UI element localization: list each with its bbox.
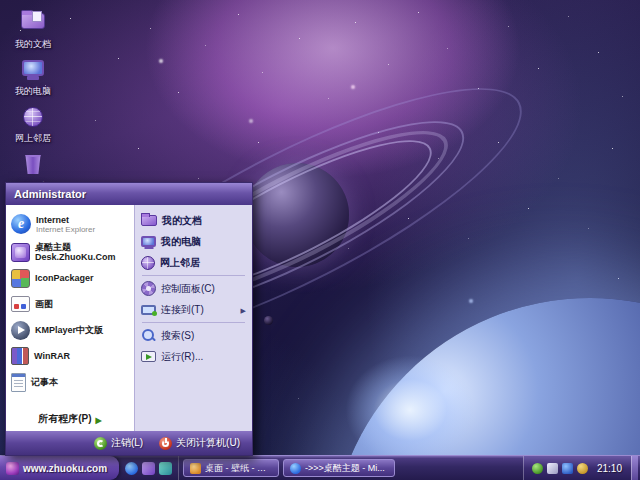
taskbar-clock[interactable]: 21:10 — [592, 463, 627, 474]
desktop-icon-column: 我的文档 我的电脑 网上邻居 回收站 — [4, 6, 62, 202]
folder-icon — [190, 463, 201, 474]
network-places-icon — [141, 256, 155, 270]
start-menu-item-search[interactable]: 搜索(S) — [137, 325, 250, 346]
start-menu-body: Internet Internet Explorer 桌酷主题Desk.Zhuo… — [6, 205, 252, 431]
turn-off-label: 关闭计算机(U) — [176, 436, 240, 450]
item-sublabel: Internet Explorer — [36, 225, 95, 234]
start-menu-item-my-computer[interactable]: 我的电脑 — [137, 231, 250, 252]
quick-launch-bar — [119, 456, 179, 480]
show-desktop-button[interactable] — [631, 456, 638, 480]
start-menu-item-iconpackager[interactable]: IconPackager — [8, 265, 132, 291]
start-menu-item-connect-to[interactable]: 连接到(T) — [137, 299, 250, 320]
iconpackager-icon — [11, 269, 30, 288]
start-menu-item-zhuoku-theme[interactable]: 桌酷主题Desk.ZhuoKu.Com — [8, 239, 132, 265]
start-button-label: www.zhuoku.com — [23, 463, 107, 474]
task-button-zhuoku-theme-browser[interactable]: ->>>桌酷主题 - Mi... — [283, 459, 395, 477]
small-moon — [264, 316, 273, 325]
turn-off-computer-button[interactable]: 关闭计算机(U) — [159, 436, 240, 450]
tray-icon-volume[interactable] — [562, 463, 573, 474]
starfield-bright — [0, 0, 2, 2]
start-menu-item-run[interactable]: 运行(R)... — [137, 346, 250, 367]
search-icon — [141, 328, 156, 343]
log-off-button[interactable]: 注销(L) — [94, 436, 143, 450]
item-label: 运行(R)... — [161, 350, 203, 364]
zhuoku-logo-icon — [6, 462, 19, 475]
desktop-icon-network-places[interactable]: 网上邻居 — [4, 107, 62, 152]
recycle-bin-icon — [20, 155, 46, 179]
my-documents-icon — [141, 215, 157, 226]
power-icon — [159, 437, 172, 450]
taskbar: www.zhuoku.com 桌面 - 壁纸 - 桌酷... ->>>桌酷主题 … — [0, 456, 640, 480]
icon-label: 我的电脑 — [4, 86, 62, 96]
task-button-label: ->>>桌酷主题 - Mi... — [305, 462, 385, 475]
quick-launch-browser-icon[interactable] — [125, 462, 138, 475]
start-menu-left-column: Internet Internet Explorer 桌酷主题Desk.Zhuo… — [6, 205, 134, 431]
my-computer-icon — [141, 236, 156, 247]
item-label: 我的文档 — [162, 214, 202, 228]
internet-explorer-icon — [11, 214, 31, 234]
all-programs-label: 所有程序(P) — [38, 412, 91, 426]
menu-divider — [142, 275, 245, 276]
item-label: IconPackager — [35, 273, 94, 283]
tray-icon-input-method[interactable] — [547, 463, 558, 474]
icon-label: 网上邻居 — [4, 133, 62, 143]
item-label: 画图 — [35, 299, 53, 309]
desktop: 我的文档 我的电脑 网上邻居 回收站 Administrator Interne… — [0, 0, 640, 480]
item-label: Internet — [36, 215, 95, 225]
all-programs-button[interactable]: 所有程序(P) — [8, 409, 132, 429]
start-menu-right-column: 我的文档 我的电脑 网上邻居 控制面板(C) 连接到(T) — [134, 205, 252, 431]
item-label: 记事本 — [31, 377, 58, 387]
task-button-label: 桌面 - 壁纸 - 桌酷... — [205, 462, 272, 475]
submenu-arrow-icon — [241, 304, 246, 315]
zhuoku-theme-icon — [11, 243, 30, 262]
start-menu-item-internet[interactable]: Internet Internet Explorer — [8, 209, 132, 239]
desktop-icon-my-computer[interactable]: 我的电脑 — [4, 60, 62, 105]
planet-rim-flare — [345, 355, 475, 465]
item-label: 搜索(S) — [161, 329, 194, 343]
all-programs-arrow-icon — [96, 414, 102, 425]
network-places-icon — [20, 107, 46, 131]
paint-icon — [11, 296, 30, 312]
desktop-icon-my-documents[interactable]: 我的文档 — [4, 13, 62, 58]
start-menu-item-network-places[interactable]: 网上邻居 — [137, 252, 250, 273]
start-menu-item-winrar[interactable]: WinRAR — [8, 343, 132, 369]
icon-label: 我的文档 — [4, 39, 62, 49]
start-menu-footer: 注销(L) 关闭计算机(U) — [6, 431, 252, 455]
notepad-icon — [11, 373, 26, 392]
log-off-icon — [94, 437, 107, 450]
connect-to-icon — [141, 305, 156, 315]
start-menu-header: Administrator — [6, 183, 252, 205]
my-documents-icon — [20, 13, 46, 37]
quick-launch-media-icon[interactable] — [159, 462, 172, 475]
item-label: 控制面板(C) — [161, 282, 215, 296]
run-icon — [141, 351, 156, 362]
my-computer-icon — [20, 60, 46, 84]
item-label: 连接到(T) — [161, 303, 204, 317]
start-menu-item-paint[interactable]: 画图 — [8, 291, 132, 317]
tray-icon-updater[interactable] — [577, 463, 588, 474]
item-label: 我的电脑 — [161, 235, 201, 249]
browser-icon — [290, 463, 301, 474]
item-label: WinRAR — [34, 351, 70, 361]
log-off-label: 注销(L) — [111, 436, 143, 450]
quick-launch-theme-icon[interactable] — [142, 462, 155, 475]
kmplayer-icon — [11, 321, 30, 340]
system-tray: 21:10 — [523, 456, 640, 480]
task-button-wallpaper-folder[interactable]: 桌面 - 壁纸 - 桌酷... — [183, 459, 279, 477]
start-button[interactable]: www.zhuoku.com — [0, 456, 119, 480]
start-menu-item-control-panel[interactable]: 控制面板(C) — [137, 278, 250, 299]
user-name: Administrator — [14, 188, 86, 200]
start-menu-item-my-documents[interactable]: 我的文档 — [137, 210, 250, 231]
item-label: 桌酷主题Desk.ZhuoKu.Com — [35, 242, 129, 262]
tray-icon-antivirus[interactable] — [532, 463, 543, 474]
item-label: KMPlayer中文版 — [35, 325, 103, 335]
start-menu-item-notepad[interactable]: 记事本 — [8, 369, 132, 395]
item-label: 网上邻居 — [160, 256, 200, 270]
start-menu: Administrator Internet Internet Explorer… — [5, 182, 253, 456]
winrar-icon — [11, 347, 29, 365]
start-menu-item-kmplayer[interactable]: KMPlayer中文版 — [8, 317, 132, 343]
control-panel-icon — [141, 281, 156, 296]
menu-divider — [142, 322, 245, 323]
